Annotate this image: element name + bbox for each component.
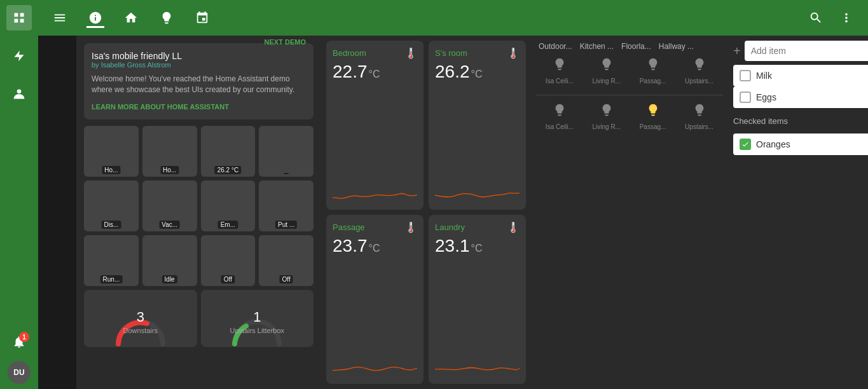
room-header: Passage 🌡️ [333, 221, 417, 233]
lights-row2: Isa Ceili... Living R... Passag... Ups [536, 103, 723, 130]
camera-grid-item[interactable]: Dis... [84, 181, 139, 231]
thermometer-icon: 🌡️ [507, 47, 520, 59]
camera-grid-item[interactable]: Em... [201, 181, 256, 231]
camera-grid-item[interactable]: Run... [84, 235, 139, 286]
thermometer-icon: 🌡️ [404, 47, 417, 59]
topbar-info-icon[interactable] [84, 6, 107, 29]
shopping-item-name: Milk [756, 71, 772, 81]
room-temp-value: 22.7 [333, 62, 368, 82]
lights-tab-0[interactable]: Outdoor... [536, 41, 575, 52]
lamp-icon [600, 57, 614, 75]
main-content: Isa's mobile friendly LL by Isabelle Gro… [76, 36, 868, 389]
downstairs-count: 3 [137, 309, 144, 325]
shopping-checked-item: Oranges [733, 133, 868, 155]
light-item-lights-row1-1[interactable]: Living R... [592, 57, 620, 85]
camera-grid-item[interactable]: Ho... [84, 126, 139, 177]
camera-grid-item[interactable]: Vac... [142, 181, 197, 231]
checked-items-list: Oranges [733, 133, 868, 155]
light-item-lights-row2-0[interactable]: Isa Ceili... [546, 103, 574, 130]
lamp-icon [600, 103, 614, 121]
topbar-more-icon[interactable] [835, 6, 858, 29]
room-chart [435, 184, 520, 203]
camera-grid-item[interactable]: 26.2 °C [201, 126, 256, 177]
room-temp-value: 26.2 [435, 62, 470, 82]
camera-grid-item[interactable]: Idle [142, 235, 197, 286]
topbar-search-icon[interactable] [804, 6, 827, 29]
room-name: Bedroom [333, 48, 366, 58]
add-item-input[interactable] [745, 41, 868, 61]
lamp-icon [553, 103, 567, 121]
user-avatar[interactable]: DU [8, 361, 31, 384]
room-temp: 22.7 °C [333, 62, 417, 82]
light-label: Upstairs... [685, 78, 713, 85]
next-demo-button[interactable]: NEXT DEMO [265, 38, 306, 46]
add-plus-icon[interactable]: + [733, 44, 741, 58]
camera-grid-item[interactable]: Off [201, 235, 256, 286]
svg-rect-3 [20, 19, 24, 23]
lights-tab-1[interactable]: Kitchen ... [577, 41, 616, 52]
shopping-item-name: Eggs [756, 92, 776, 102]
camera-grid-item[interactable] [259, 126, 313, 177]
lights-tab-3[interactable]: Hallway ... [656, 41, 696, 52]
topbar [38, 0, 868, 36]
room-card[interactable]: Passage 🌡️ 23.7 °C [326, 215, 424, 384]
author-link[interactable]: by Isabelle Gross Alstrom [92, 61, 182, 69]
room-temp: 23.7 °C [333, 236, 417, 256]
litterbox-label: Upstairs Litterbox [230, 327, 284, 334]
downstairs-gauge[interactable]: 3 Downstairs [84, 290, 197, 347]
lamp-icon [553, 57, 567, 75]
light-item-lights-row2-1[interactable]: Living R... [592, 103, 620, 130]
topbar-bulb-icon[interactable] [155, 6, 178, 29]
light-item-lights-row1-0[interactable]: Isa Ceili... [546, 57, 574, 85]
light-label: Living R... [592, 123, 620, 130]
lights-tabs: Outdoor...Kitchen ...Floorla...Hallway .… [536, 41, 723, 52]
room-card[interactable]: Bedroom 🌡️ 22.7 °C [326, 41, 424, 210]
welcome-body: Welcome home! You've reached the Home As… [92, 74, 306, 95]
light-label: Passag... [640, 78, 666, 85]
light-item-lights-row2-3[interactable]: Upstairs... [685, 103, 713, 130]
lights-row1: Isa Ceili... Living R... Passag... Ups [536, 57, 723, 85]
lights-tab-2[interactable]: Floorla... [619, 41, 654, 52]
lamp-icon [646, 57, 660, 75]
room-name: Laundry [435, 222, 465, 232]
shopping-items-list: Milk Eggs [733, 65, 868, 108]
upstairs-litterbox-gauge[interactable]: 1 Upstairs Litterbox [201, 290, 314, 347]
learn-more-link[interactable]: LEARN MORE ABOUT HOME ASSISTANT [92, 103, 229, 111]
camera-grid-item[interactable]: Put ... [259, 181, 313, 231]
sidebar: 1 DU [0, 0, 38, 389]
light-item-lights-row1-2[interactable]: Passag... [640, 57, 666, 85]
shopping-item-checkbox[interactable] [740, 70, 751, 81]
room-temp: 26.2 °C [435, 62, 520, 82]
shopping-checked-name: Oranges [756, 139, 790, 149]
room-temp: 23.1 °C [435, 236, 520, 256]
light-item-lights-row1-3[interactable]: Upstairs... [685, 57, 713, 85]
notification-bell[interactable]: 1 [8, 331, 31, 353]
room-card[interactable]: S's room 🌡️ 26.2 °C [429, 41, 526, 210]
room-header: S's room 🌡️ [435, 47, 520, 59]
gauge-tiles: 3 Downstairs 1 Upstairs Litterbox [84, 290, 313, 347]
shopping-list-item: Eggs [733, 86, 868, 108]
welcome-title: Isa's mobile friendly LL [92, 51, 182, 61]
lights-divider [536, 95, 723, 95]
litterbox-count: 1 [253, 309, 261, 325]
shopping-list-item: Milk [733, 65, 868, 86]
sidebar-icon-grid[interactable] [6, 5, 32, 31]
left-panel: Isa's mobile friendly LL by Isabelle Gro… [76, 36, 321, 389]
topbar-network-icon[interactable] [191, 6, 214, 29]
room-card[interactable]: Laundry 🌡️ 23.1 °C [429, 215, 526, 384]
sidebar-icon-person[interactable] [6, 81, 32, 107]
welcome-card: Isa's mobile friendly LL by Isabelle Gro… [84, 43, 313, 119]
camera-grid-item[interactable]: Ho... [142, 126, 197, 177]
topbar-menu-icon[interactable] [48, 6, 71, 29]
light-label: Living R... [592, 78, 620, 85]
light-label: Isa Ceili... [546, 123, 574, 130]
sidebar-icon-lightning[interactable] [6, 43, 32, 69]
shopping-checked-checkbox[interactable] [740, 139, 751, 150]
rooms-panel: Bedroom 🌡️ 22.7 °C S's room 🌡️ 26.2 °C [321, 36, 531, 389]
shopping-item-checkbox[interactable] [740, 92, 751, 103]
camera-grid-item[interactable]: Off [259, 235, 313, 286]
topbar-home-icon[interactable] [120, 6, 142, 29]
light-item-lights-row2-2[interactable]: Passag... [640, 103, 666, 130]
thermometer-icon: 🌡️ [404, 221, 417, 233]
room-chart [435, 358, 520, 378]
